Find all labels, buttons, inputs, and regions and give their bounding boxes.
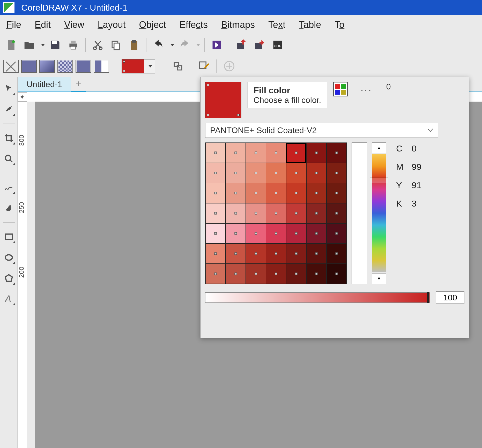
color-swatch[interactable] [205,203,226,223]
color-swatch[interactable] [226,244,246,264]
color-swatch[interactable] [246,203,266,223]
color-swatch[interactable] [286,143,306,163]
color-swatch[interactable] [327,163,347,183]
polygon-tool[interactable] [2,272,15,285]
color-swatch[interactable] [205,143,226,163]
redo-dropdown-icon[interactable] [196,44,200,46]
color-swatch[interactable] [306,183,327,203]
color-swatch[interactable] [327,264,347,284]
redo-button[interactable] [176,38,192,52]
paste-button[interactable] [126,38,142,52]
palette-select[interactable]: PANTONE+ Solid Coated-V2 [205,123,438,138]
color-swatch[interactable] [286,244,306,264]
save-button[interactable] [47,38,63,52]
menu-file[interactable]: File [6,19,21,30]
open-dropdown-icon[interactable] [41,44,45,46]
new-document-button[interactable] [3,38,19,52]
export-button[interactable] [251,38,268,52]
color-swatch[interactable] [286,163,306,183]
open-button[interactable] [21,38,37,52]
color-swatch[interactable] [306,203,327,223]
texture-fill-button[interactable] [76,60,91,73]
new-tab-button[interactable]: + [71,77,86,92]
color-swatch[interactable] [266,244,286,264]
color-swatch[interactable] [306,163,327,183]
color-swatch[interactable] [286,223,306,244]
color-swatch[interactable] [246,223,266,244]
menu-object[interactable]: Object [139,19,166,30]
color-swatch[interactable] [205,264,226,284]
color-swatch[interactable] [246,183,266,203]
search-content-button[interactable] [209,38,225,52]
color-palettes-button[interactable] [333,82,348,96]
color-swatch[interactable] [246,143,266,163]
color-swatch[interactable] [226,163,246,183]
fill-color-dropdown[interactable] [144,59,155,73]
menu-table[interactable]: Table [299,19,321,30]
menu-text[interactable]: Text [268,19,285,30]
color-swatch[interactable] [266,183,286,203]
color-swatch[interactable] [327,143,347,163]
menu-layout[interactable]: Layout [98,19,125,30]
tint-handle[interactable] [427,292,429,303]
print-button[interactable] [65,38,81,52]
color-swatch[interactable] [306,223,327,244]
pick-tool[interactable] [2,82,15,95]
artistic-media-tool[interactable] [2,202,15,215]
spectrum-handle[interactable] [370,178,388,183]
menu-tools[interactable]: To [335,19,344,30]
freehand-tool[interactable] [2,181,15,194]
ruler-origin-icon[interactable]: ✦ [18,92,27,102]
import-button[interactable] [233,38,249,52]
crop-tool[interactable] [2,132,15,145]
uniform-fill-button[interactable] [21,60,37,73]
cut-button[interactable] [90,38,106,52]
vertical-ruler[interactable]: 300 250 200 [18,102,27,448]
color-swatch[interactable] [286,264,306,284]
color-swatch[interactable] [286,203,306,223]
color-swatch[interactable] [306,244,327,264]
text-tool[interactable]: A [2,292,15,305]
color-swatch[interactable] [266,223,286,244]
color-swatch[interactable] [226,143,246,163]
scroll-up-button[interactable]: ▲ [372,142,386,153]
color-swatch[interactable] [327,244,347,264]
spectrum-slider[interactable] [372,154,386,272]
color-swatch[interactable] [226,264,246,284]
ellipse-tool[interactable] [2,251,15,264]
shape-tool[interactable] [2,103,15,116]
menu-bitmaps[interactable]: Bitmaps [221,19,255,30]
two-color-fill-button[interactable] [94,60,109,73]
fill-color-picker[interactable] [122,59,155,73]
color-swatch[interactable] [286,183,306,203]
color-swatch[interactable] [205,163,226,183]
fill-color-swatch[interactable] [122,59,144,73]
color-swatch[interactable] [266,203,286,223]
zoom-tool[interactable] [2,152,15,165]
more-options-button[interactable]: ... [360,82,372,94]
color-swatch[interactable] [266,163,286,183]
publish-pdf-button[interactable]: PDF [270,38,286,52]
color-swatch[interactable] [205,244,226,264]
color-swatch[interactable] [327,223,347,244]
color-swatch[interactable] [327,183,347,203]
color-swatch[interactable] [246,244,266,264]
no-fill-button[interactable] [3,60,19,73]
color-swatch[interactable] [306,264,327,284]
document-tab[interactable]: Untitled-1 [18,77,71,92]
pattern-fill-button[interactable] [57,60,73,73]
undo-dropdown-icon[interactable] [170,44,174,46]
menu-view[interactable]: View [64,19,84,30]
copy-button[interactable] [108,38,124,52]
color-swatch[interactable] [226,223,246,244]
color-swatch[interactable] [226,203,246,223]
current-color-swatch[interactable] [205,82,241,118]
edit-fill-button[interactable] [196,59,212,73]
color-swatch[interactable] [246,264,266,284]
rectangle-tool[interactable] [2,230,15,243]
menu-effects[interactable]: Effects [180,19,208,30]
color-swatch[interactable] [205,223,226,244]
copy-fill-button[interactable] [170,59,186,73]
color-swatch[interactable] [327,203,347,223]
undo-button[interactable] [151,38,167,52]
